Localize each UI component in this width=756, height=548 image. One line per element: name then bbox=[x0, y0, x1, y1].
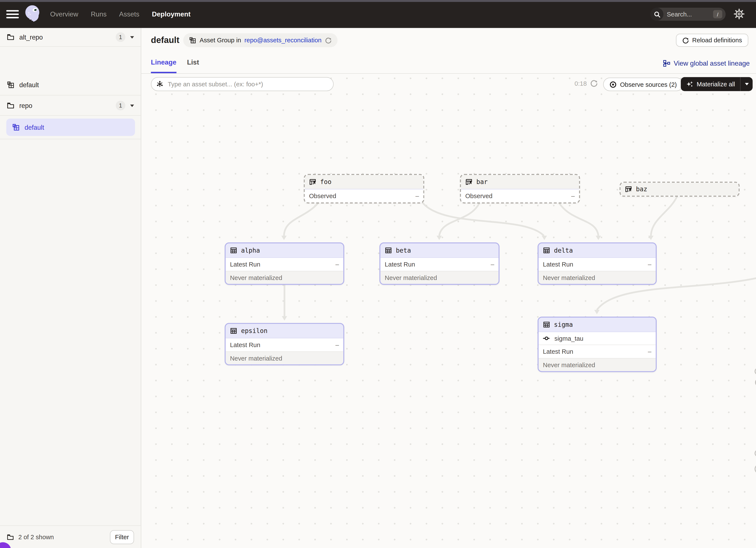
page-title: default bbox=[151, 35, 179, 45]
nav-overview[interactable]: Overview bbox=[50, 10, 78, 18]
materialize-all-button[interactable]: Materialize all bbox=[681, 77, 741, 91]
folder-icon bbox=[7, 102, 15, 109]
asset-check-icon bbox=[543, 334, 551, 342]
node-header: bar bbox=[461, 175, 579, 190]
reload-definitions-button[interactable]: Reload definitions bbox=[676, 34, 748, 47]
observed-row: Observed– bbox=[461, 189, 579, 203]
zoom-in-icon[interactable] bbox=[754, 367, 756, 377]
zoom-out-icon[interactable] bbox=[754, 449, 756, 459]
sidebar-item-alt-repo[interactable]: alt_repo 1 bbox=[0, 28, 141, 47]
table-icon bbox=[230, 327, 237, 334]
folder-icon bbox=[7, 33, 15, 41]
materialization-status-row: Never materialized bbox=[226, 271, 343, 284]
tab-list[interactable]: List bbox=[187, 58, 199, 73]
chevron-down-icon[interactable] bbox=[130, 36, 134, 38]
folder-icon bbox=[7, 533, 14, 541]
node-header: beta bbox=[380, 244, 498, 258]
asset-group-context-pill: Asset Group in repo@assets_reconciliatio… bbox=[183, 33, 337, 47]
search-icon bbox=[650, 8, 663, 21]
shown-count-label: 2 of 2 shown bbox=[18, 533, 110, 541]
table-icon bbox=[385, 247, 392, 254]
window-top-strip bbox=[0, 0, 756, 2]
asset-check-row[interactable]: sigma_tau bbox=[539, 332, 656, 345]
asset-node-baz[interactable]: baz bbox=[620, 182, 740, 197]
asset-node-beta[interactable]: beta Latest Run– Never materialized bbox=[379, 243, 500, 285]
dagster-octopus-icon bbox=[23, 3, 44, 25]
node-header: alpha bbox=[226, 244, 343, 258]
observe-sources-button[interactable]: Observe sources (2) bbox=[603, 78, 683, 91]
asset-node-alpha[interactable]: alpha Latest Run– Never materialized bbox=[225, 243, 344, 285]
gear-icon[interactable] bbox=[733, 8, 745, 20]
filter-button[interactable]: Filter bbox=[110, 530, 134, 544]
node-header: baz bbox=[620, 183, 738, 196]
source-table-icon bbox=[625, 186, 632, 193]
context-prefix: Asset Group in bbox=[200, 37, 241, 44]
app-root: Overview Runs Assets Deployment Search..… bbox=[0, 0, 756, 548]
asset-check-name: sigma_tau bbox=[554, 335, 583, 342]
asset-name: epsilon bbox=[241, 327, 268, 334]
nav-deployment[interactable]: Deployment bbox=[152, 10, 190, 18]
refresh-countdown: 0:18 bbox=[567, 80, 587, 87]
materialize-all-split-button: Materialize all bbox=[681, 77, 753, 91]
view-global-asset-lineage-link[interactable]: View global asset lineage bbox=[663, 59, 750, 67]
asset-name: foo bbox=[320, 178, 331, 186]
latest-run-row: Latest Run– bbox=[226, 338, 343, 351]
edge-baz-delta bbox=[651, 196, 677, 236]
lineage-graph-canvas[interactable]: 0:18 Observe sources (2) Mat bbox=[141, 74, 756, 548]
sidebar-item-label: alt_repo bbox=[19, 34, 116, 41]
source-table-icon bbox=[465, 178, 473, 186]
sparkle-icon bbox=[686, 81, 693, 88]
sidebar-footer: 2 of 2 shown Filter bbox=[0, 525, 141, 548]
node-header: epsilon bbox=[226, 324, 343, 338]
asset-node-bar[interactable]: bar Observed– bbox=[460, 174, 580, 204]
observed-row: Observed– bbox=[305, 189, 423, 203]
materialize-options-caret[interactable] bbox=[741, 77, 753, 91]
sidebar-item-repo[interactable]: repo 1 bbox=[0, 96, 141, 116]
sidebar-item-label: default bbox=[19, 81, 134, 89]
asset-node-sigma[interactable]: sigma sigma_tau Latest Run– Never materi… bbox=[537, 317, 657, 372]
asset-name: bar bbox=[476, 178, 488, 186]
materialization-status-row: Never materialized bbox=[226, 351, 343, 364]
materialization-status-row: Never materialized bbox=[380, 271, 498, 284]
download-icon[interactable] bbox=[754, 463, 756, 475]
sidebar-item-default-repo-selected[interactable]: default bbox=[6, 119, 135, 136]
refresh-icon[interactable] bbox=[590, 80, 598, 87]
main-panel: default Asset Group in repo@assets_recon… bbox=[141, 28, 756, 548]
node-header: sigma bbox=[539, 317, 656, 332]
top-nav-links: Overview Runs Assets Deployment bbox=[50, 0, 191, 28]
table-icon bbox=[543, 247, 550, 254]
refresh-icon[interactable] bbox=[325, 37, 332, 44]
observe-sources-label: Observe sources (2) bbox=[620, 81, 677, 88]
nav-runs[interactable]: Runs bbox=[91, 10, 107, 18]
reload-definitions-label: Reload definitions bbox=[692, 37, 742, 44]
asset-name: beta bbox=[396, 247, 411, 254]
asset-groups-sidebar: alt_repo 1 default repo 1 default 2 of 2… bbox=[0, 28, 141, 548]
asset-node-delta[interactable]: delta Latest Run– Never materialized bbox=[537, 243, 657, 285]
nav-assets[interactable]: Assets bbox=[119, 10, 139, 18]
edge-bar-beta bbox=[439, 203, 480, 236]
top-nav-bar: Overview Runs Assets Deployment Search..… bbox=[0, 0, 756, 28]
tab-lineage[interactable]: Lineage bbox=[151, 58, 176, 73]
asset-name: alpha bbox=[241, 247, 260, 254]
count-badge: 1 bbox=[116, 32, 125, 42]
hamburger-menu-icon[interactable] bbox=[6, 10, 19, 18]
global-search-input[interactable]: Search... / bbox=[650, 8, 726, 21]
asset-node-foo[interactable]: foo Observed– bbox=[304, 174, 424, 204]
materialization-status-row: Never materialized bbox=[539, 271, 656, 284]
source-table-icon bbox=[309, 178, 316, 186]
count-badge: 1 bbox=[116, 101, 125, 110]
code-location-link[interactable]: repo@assets_reconciliation bbox=[244, 37, 322, 44]
sidebar-item-label: repo bbox=[19, 102, 116, 109]
asset-subset-input[interactable] bbox=[151, 77, 334, 91]
search-placeholder: Search... bbox=[663, 11, 713, 18]
asset-group-icon bbox=[189, 37, 196, 44]
search-shortcut-badge: / bbox=[713, 10, 722, 18]
sidebar-item-default-altrepo[interactable]: default bbox=[0, 75, 141, 96]
asset-node-epsilon[interactable]: epsilon Latest Run– Never materialized bbox=[225, 323, 344, 365]
materialization-status-row: Never materialized bbox=[539, 358, 656, 371]
dagster-logo[interactable] bbox=[23, 3, 44, 25]
asset-name: baz bbox=[636, 186, 647, 193]
asset-subset-icon bbox=[156, 81, 164, 88]
table-icon bbox=[230, 247, 237, 254]
chevron-down-icon[interactable] bbox=[130, 104, 134, 107]
